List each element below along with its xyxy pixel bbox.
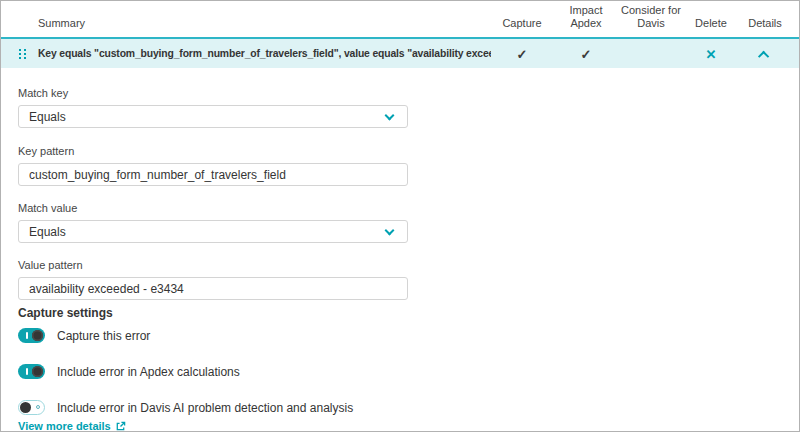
capture-settings-heading: Capture settings xyxy=(18,306,799,320)
view-more-details-row: View more details xyxy=(18,420,799,432)
chevron-up-icon[interactable] xyxy=(758,50,769,61)
delete-button[interactable]: ✕ xyxy=(683,45,739,63)
apdex-check-cell: ✓ xyxy=(553,45,619,63)
table-row[interactable]: Key equals "custom_buying_form_number_of… xyxy=(1,37,799,68)
view-more-details-link[interactable]: View more details xyxy=(18,420,111,432)
apdex-toggle-label: Include error in Apdex calculations xyxy=(57,365,240,379)
davis-toggle-row: Include error in Davis AI problem detect… xyxy=(18,400,799,415)
column-header-delete: Delete xyxy=(683,17,739,30)
key-pattern-input[interactable] xyxy=(18,163,408,186)
capture-error-toggle-label: Capture this error xyxy=(57,329,150,343)
capture-check-cell: ✓ xyxy=(491,45,553,63)
davis-toggle[interactable] xyxy=(18,400,45,415)
value-pattern-label: Value pattern xyxy=(18,259,799,272)
column-header-summary: Summary xyxy=(1,17,491,30)
match-key-selected-value: Equals xyxy=(29,110,66,124)
key-pattern-label: Key pattern xyxy=(18,145,799,158)
rule-summary-text: Key equals "custom_buying_form_number_of… xyxy=(38,48,491,59)
apdex-toggle-row: Include error in Apdex calculations xyxy=(18,364,799,379)
column-header-impact-apdex: Impact Apdex xyxy=(553,4,619,30)
chevron-down-icon xyxy=(385,226,395,236)
capture-error-toggle[interactable] xyxy=(18,328,45,343)
chevron-down-icon xyxy=(385,111,395,121)
error-rule-settings-panel: Summary Capture Impact Apdex Consider fo… xyxy=(0,0,800,432)
match-key-label: Match key xyxy=(18,87,799,100)
column-header-capture: Capture xyxy=(491,17,553,30)
column-header-consider-for-davis: Consider for Davis xyxy=(619,4,683,30)
column-header-details: Details xyxy=(739,17,791,30)
check-icon: ✓ xyxy=(517,47,528,62)
drag-handle-icon[interactable] xyxy=(19,49,26,59)
capture-error-toggle-row: Capture this error xyxy=(18,328,799,343)
apdex-toggle[interactable] xyxy=(18,364,45,379)
rule-summary-cell: Key equals "custom_buying_form_number_of… xyxy=(1,48,491,59)
close-icon[interactable]: ✕ xyxy=(706,47,717,62)
match-value-select[interactable]: Equals xyxy=(18,220,408,243)
collapse-details-button[interactable] xyxy=(739,45,791,63)
rule-detail-form: Match key Equals Key pattern Match value… xyxy=(1,87,799,432)
match-value-selected-value: Equals xyxy=(29,225,66,239)
davis-toggle-label: Include error in Davis AI problem detect… xyxy=(57,401,353,415)
external-link-icon xyxy=(115,421,126,432)
match-key-select[interactable]: Equals xyxy=(18,105,408,128)
table-header: Summary Capture Impact Apdex Consider fo… xyxy=(1,1,799,37)
value-pattern-input[interactable] xyxy=(18,277,408,300)
match-value-label: Match value xyxy=(18,202,799,215)
check-icon: ✓ xyxy=(581,47,592,62)
